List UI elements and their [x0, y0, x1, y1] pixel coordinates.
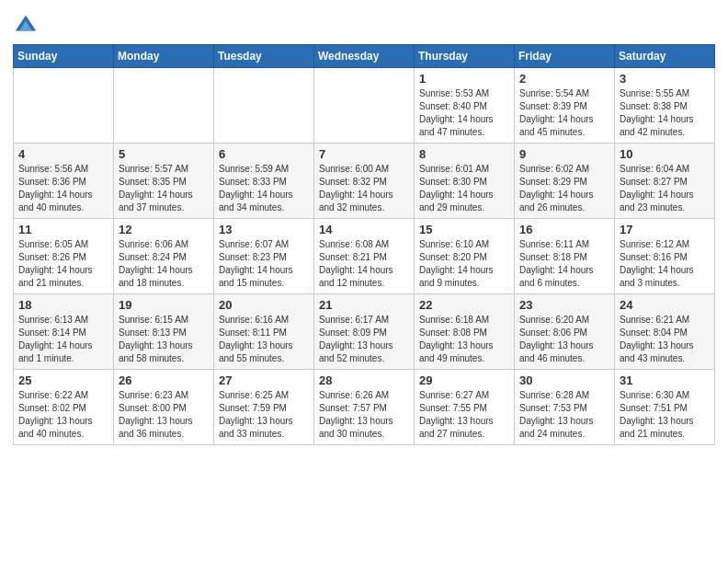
day-cell: 4Sunrise: 5:56 AM Sunset: 8:36 PM Daylig… [14, 144, 114, 219]
day-header-tuesday: Tuesday [214, 45, 314, 68]
day-cell: 2Sunrise: 5:54 AM Sunset: 8:39 PM Daylig… [515, 68, 615, 144]
day-info: Sunrise: 6:12 AM Sunset: 8:16 PM Dayligh… [620, 238, 710, 290]
day-number: 28 [319, 373, 409, 387]
week-row-1: 4Sunrise: 5:56 AM Sunset: 8:36 PM Daylig… [14, 144, 715, 219]
day-info: Sunrise: 6:30 AM Sunset: 7:51 PM Dayligh… [620, 389, 710, 441]
day-cell: 26Sunrise: 6:23 AM Sunset: 8:00 PM Dayli… [114, 370, 214, 445]
day-cell: 8Sunrise: 6:01 AM Sunset: 8:30 PM Daylig… [415, 144, 515, 219]
day-info: Sunrise: 6:00 AM Sunset: 8:32 PM Dayligh… [319, 163, 409, 214]
header [13, 9, 715, 39]
day-number: 5 [119, 147, 209, 161]
day-header-thursday: Thursday [415, 45, 515, 68]
day-cell: 16Sunrise: 6:11 AM Sunset: 8:18 PM Dayli… [515, 219, 615, 294]
logo-area [13, 9, 42, 39]
calendar: SundayMondayTuesdayWednesdayThursdayFrid… [13, 44, 715, 445]
day-cell: 21Sunrise: 6:17 AM Sunset: 8:09 PM Dayli… [314, 294, 415, 370]
day-number: 21 [319, 298, 409, 312]
day-info: Sunrise: 6:23 AM Sunset: 8:00 PM Dayligh… [119, 389, 209, 441]
header-row: SundayMondayTuesdayWednesdayThursdayFrid… [14, 45, 715, 68]
day-number: 27 [219, 373, 309, 387]
day-cell: 29Sunrise: 6:27 AM Sunset: 7:55 PM Dayli… [415, 370, 515, 445]
day-info: Sunrise: 5:54 AM Sunset: 8:39 PM Dayligh… [519, 87, 609, 139]
day-cell: 11Sunrise: 6:05 AM Sunset: 8:26 PM Dayli… [14, 219, 114, 294]
day-number: 8 [419, 147, 509, 161]
day-cell: 23Sunrise: 6:20 AM Sunset: 8:06 PM Dayli… [515, 294, 615, 370]
day-cell: 22Sunrise: 6:18 AM Sunset: 8:08 PM Dayli… [415, 294, 515, 370]
day-header-friday: Friday [515, 45, 615, 68]
day-info: Sunrise: 6:13 AM Sunset: 8:14 PM Dayligh… [18, 314, 108, 365]
day-number: 20 [219, 298, 309, 312]
day-header-monday: Monday [114, 45, 214, 68]
logo-icon [13, 13, 39, 39]
day-cell: 9Sunrise: 6:02 AM Sunset: 8:29 PM Daylig… [515, 144, 615, 219]
day-number: 23 [519, 298, 609, 312]
day-info: Sunrise: 6:28 AM Sunset: 7:53 PM Dayligh… [519, 389, 609, 441]
day-info: Sunrise: 6:18 AM Sunset: 8:08 PM Dayligh… [419, 314, 509, 365]
day-number: 16 [519, 223, 609, 236]
day-cell: 14Sunrise: 6:08 AM Sunset: 8:21 PM Dayli… [314, 219, 415, 294]
day-info: Sunrise: 6:16 AM Sunset: 8:11 PM Dayligh… [219, 314, 309, 365]
day-number: 3 [620, 72, 710, 86]
day-info: Sunrise: 5:56 AM Sunset: 8:36 PM Dayligh… [18, 163, 108, 214]
week-row-2: 11Sunrise: 6:05 AM Sunset: 8:26 PM Dayli… [14, 219, 715, 294]
day-cell: 15Sunrise: 6:10 AM Sunset: 8:20 PM Dayli… [415, 219, 515, 294]
day-info: Sunrise: 6:27 AM Sunset: 7:55 PM Dayligh… [419, 389, 509, 441]
day-number: 10 [620, 147, 710, 161]
day-cell: 13Sunrise: 6:07 AM Sunset: 8:23 PM Dayli… [214, 219, 314, 294]
day-number: 7 [319, 147, 409, 161]
day-cell: 20Sunrise: 6:16 AM Sunset: 8:11 PM Dayli… [214, 294, 314, 370]
day-number: 14 [319, 223, 409, 236]
week-row-0: 1Sunrise: 5:53 AM Sunset: 8:40 PM Daylig… [14, 68, 715, 144]
day-cell: 31Sunrise: 6:30 AM Sunset: 7:51 PM Dayli… [615, 370, 715, 445]
day-info: Sunrise: 6:04 AM Sunset: 8:27 PM Dayligh… [620, 163, 710, 214]
day-number: 2 [519, 72, 609, 86]
day-info: Sunrise: 6:26 AM Sunset: 7:57 PM Dayligh… [319, 389, 409, 441]
day-info: Sunrise: 6:06 AM Sunset: 8:24 PM Dayligh… [119, 238, 209, 290]
day-cell: 28Sunrise: 6:26 AM Sunset: 7:57 PM Dayli… [314, 370, 415, 445]
day-cell [14, 68, 114, 144]
calendar-body: 1Sunrise: 5:53 AM Sunset: 8:40 PM Daylig… [14, 68, 715, 445]
day-info: Sunrise: 6:01 AM Sunset: 8:30 PM Dayligh… [419, 163, 509, 214]
day-number: 25 [18, 373, 108, 387]
day-info: Sunrise: 6:02 AM Sunset: 8:29 PM Dayligh… [519, 163, 609, 214]
day-number: 31 [620, 373, 710, 387]
day-cell: 27Sunrise: 6:25 AM Sunset: 7:59 PM Dayli… [214, 370, 314, 445]
week-row-4: 25Sunrise: 6:22 AM Sunset: 8:02 PM Dayli… [14, 370, 715, 445]
day-number: 24 [620, 298, 710, 312]
day-cell: 12Sunrise: 6:06 AM Sunset: 8:24 PM Dayli… [114, 219, 214, 294]
day-cell: 10Sunrise: 6:04 AM Sunset: 8:27 PM Dayli… [615, 144, 715, 219]
day-number: 12 [119, 223, 209, 236]
day-number: 18 [18, 298, 108, 312]
day-info: Sunrise: 6:10 AM Sunset: 8:20 PM Dayligh… [419, 238, 509, 290]
day-info: Sunrise: 6:17 AM Sunset: 8:09 PM Dayligh… [319, 314, 409, 365]
day-number: 15 [419, 223, 509, 236]
day-number: 4 [18, 147, 108, 161]
day-header-sunday: Sunday [14, 45, 114, 68]
day-cell: 17Sunrise: 6:12 AM Sunset: 8:16 PM Dayli… [615, 219, 715, 294]
page: SundayMondayTuesdayWednesdayThursdayFrid… [0, 0, 728, 563]
day-number: 30 [519, 373, 609, 387]
day-cell: 30Sunrise: 6:28 AM Sunset: 7:53 PM Dayli… [515, 370, 615, 445]
day-cell [114, 68, 214, 144]
day-info: Sunrise: 6:08 AM Sunset: 8:21 PM Dayligh… [319, 238, 409, 290]
day-info: Sunrise: 6:05 AM Sunset: 8:26 PM Dayligh… [18, 238, 108, 290]
day-cell: 6Sunrise: 5:59 AM Sunset: 8:33 PM Daylig… [214, 144, 314, 219]
day-info: Sunrise: 5:59 AM Sunset: 8:33 PM Dayligh… [219, 163, 309, 214]
day-info: Sunrise: 6:21 AM Sunset: 8:04 PM Dayligh… [620, 314, 710, 365]
day-info: Sunrise: 6:11 AM Sunset: 8:18 PM Dayligh… [519, 238, 609, 290]
day-cell [314, 68, 415, 144]
day-cell [214, 68, 314, 144]
calendar-header: SundayMondayTuesdayWednesdayThursdayFrid… [14, 45, 715, 68]
day-info: Sunrise: 5:55 AM Sunset: 8:38 PM Dayligh… [620, 87, 710, 139]
day-number: 6 [219, 147, 309, 161]
day-number: 17 [620, 223, 710, 236]
day-cell: 24Sunrise: 6:21 AM Sunset: 8:04 PM Dayli… [615, 294, 715, 370]
week-row-3: 18Sunrise: 6:13 AM Sunset: 8:14 PM Dayli… [14, 294, 715, 370]
day-header-wednesday: Wednesday [314, 45, 415, 68]
day-number: 9 [519, 147, 609, 161]
day-cell: 5Sunrise: 5:57 AM Sunset: 8:35 PM Daylig… [114, 144, 214, 219]
day-info: Sunrise: 6:22 AM Sunset: 8:02 PM Dayligh… [18, 389, 108, 441]
day-cell: 18Sunrise: 6:13 AM Sunset: 8:14 PM Dayli… [14, 294, 114, 370]
day-number: 13 [219, 223, 309, 236]
day-cell: 19Sunrise: 6:15 AM Sunset: 8:13 PM Dayli… [114, 294, 214, 370]
